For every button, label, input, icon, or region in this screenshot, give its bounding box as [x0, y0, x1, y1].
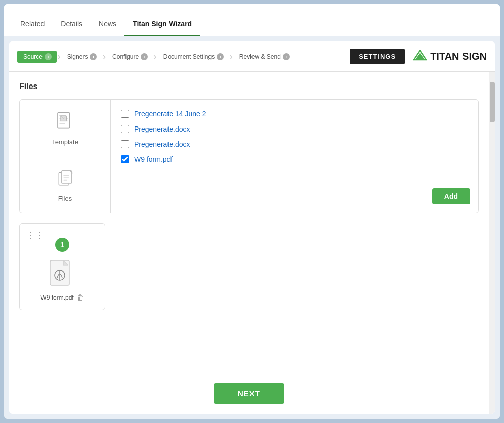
step-doc-settings-label: Document Settings — [163, 53, 215, 60]
file-type-sidebar: Template — [20, 100, 111, 213]
step-signers-info: i — [90, 53, 97, 60]
main-content: Source i › Signers i › Configure — [4, 36, 500, 419]
file-name-text-0: W9 form.pdf — [40, 294, 73, 301]
svg-rect-6 — [59, 123, 65, 124]
file-list-item-3: W9 form.pdf — [121, 155, 468, 163]
selected-file-card-0: ⋮⋮ 1 — [19, 223, 105, 310]
step-source-wrapper: Source i — [17, 51, 57, 63]
template-icon — [55, 112, 75, 132]
step-signers-label: Signers — [67, 53, 88, 60]
step-doc-settings-wrapper: Document Settings i — [157, 51, 229, 63]
settings-button[interactable]: SETTINGS — [350, 49, 405, 64]
files-title: Files — [19, 82, 479, 91]
file-label-1[interactable]: Pregenerate.docx — [134, 125, 190, 133]
inner-card-main: Files — [9, 72, 489, 414]
next-btn-area: NEXT — [9, 375, 489, 414]
titan-sign-logo: TITAN SIGN — [413, 50, 487, 64]
step-doc-settings-info: i — [217, 53, 224, 60]
files-icon-wrap — [53, 166, 77, 191]
next-button[interactable]: NEXT — [214, 383, 284, 404]
tab-titan-sign-wizard[interactable]: Titan Sign Wizard — [124, 20, 200, 36]
step-document-settings[interactable]: Document Settings i — [157, 51, 229, 63]
files-icon — [55, 168, 75, 189]
inner-card: Source i › Signers i › Configure — [9, 41, 495, 414]
files-section: Files — [9, 72, 489, 375]
scrollbar-track[interactable] — [489, 72, 495, 414]
tab-details[interactable]: Details — [53, 20, 91, 36]
step-source-label: Source — [23, 53, 43, 60]
svg-rect-11 — [63, 177, 69, 178]
file-checkbox-2[interactable] — [121, 140, 129, 148]
tab-bar: Related Details News Titan Sign Wizard — [4, 4, 500, 36]
file-checkbox-0[interactable] — [121, 110, 129, 118]
file-picker-card: Template — [19, 99, 479, 213]
template-icon-wrap — [53, 110, 77, 134]
file-card-name-0: W9 form.pdf 🗑 — [26, 293, 99, 302]
step-review-info: i — [283, 53, 290, 60]
file-label-0[interactable]: Pregenerate 14 June 2 — [134, 110, 206, 118]
files-btn[interactable]: Files — [20, 156, 110, 213]
pdf-file-icon — [49, 259, 75, 289]
file-card-icon-wrap — [26, 259, 99, 289]
step-configure-wrapper: Configure i — [106, 51, 153, 63]
file-list-item-2: Pregenerate.docx — [121, 140, 468, 148]
selected-files-area: ⋮⋮ 1 — [19, 223, 479, 310]
svg-rect-12 — [63, 180, 67, 181]
file-badge-0: 1 — [55, 238, 69, 252]
chevron-2: › — [102, 51, 106, 62]
file-label-2[interactable]: Pregenerate.docx — [134, 140, 190, 148]
step-review-send[interactable]: Review & Send i — [233, 51, 295, 63]
tab-related[interactable]: Related — [12, 20, 53, 36]
titan-logo-icon — [413, 50, 427, 64]
file-checkbox-1[interactable] — [121, 125, 129, 133]
chevron-3: › — [153, 51, 157, 62]
step-configure-label: Configure — [112, 53, 139, 60]
step-signers-wrapper: Signers i — [61, 51, 102, 63]
svg-rect-9 — [61, 171, 71, 183]
wizard-header: Source i › Signers i › Configure — [9, 41, 495, 72]
titan-logo-text: TITAN SIGN — [430, 51, 487, 62]
template-btn[interactable]: Template — [20, 100, 110, 156]
add-button[interactable]: Add — [432, 188, 470, 204]
step-source[interactable]: Source i — [17, 51, 57, 63]
file-list-area: Pregenerate 14 June 2 Pregenerate.docx P… — [111, 100, 478, 213]
tab-news[interactable]: News — [91, 20, 124, 36]
outer-window: Related Details News Titan Sign Wizard S… — [4, 4, 500, 419]
template-label: Template — [52, 138, 78, 146]
chevron-1: › — [57, 51, 61, 62]
step-source-info: i — [45, 53, 52, 60]
file-label-3[interactable]: W9 form.pdf — [134, 155, 173, 163]
step-configure[interactable]: Configure i — [106, 51, 153, 63]
step-signers[interactable]: Signers i — [61, 51, 102, 63]
file-list-item-0: Pregenerate 14 June 2 — [121, 110, 468, 118]
step-review-label: Review & Send — [239, 53, 281, 60]
trash-icon-0[interactable]: 🗑 — [77, 293, 84, 302]
file-checkbox-3[interactable] — [121, 155, 129, 163]
scrollbar-thumb[interactable] — [490, 82, 495, 122]
chevron-4: › — [229, 51, 233, 62]
inner-card-scroll: Files — [9, 72, 495, 414]
files-label: Files — [58, 195, 72, 202]
file-list-item-1: Pregenerate.docx — [121, 125, 468, 133]
svg-rect-10 — [63, 175, 69, 176]
step-review-wrapper: Review & Send i — [233, 51, 295, 63]
step-configure-info: i — [141, 53, 148, 60]
